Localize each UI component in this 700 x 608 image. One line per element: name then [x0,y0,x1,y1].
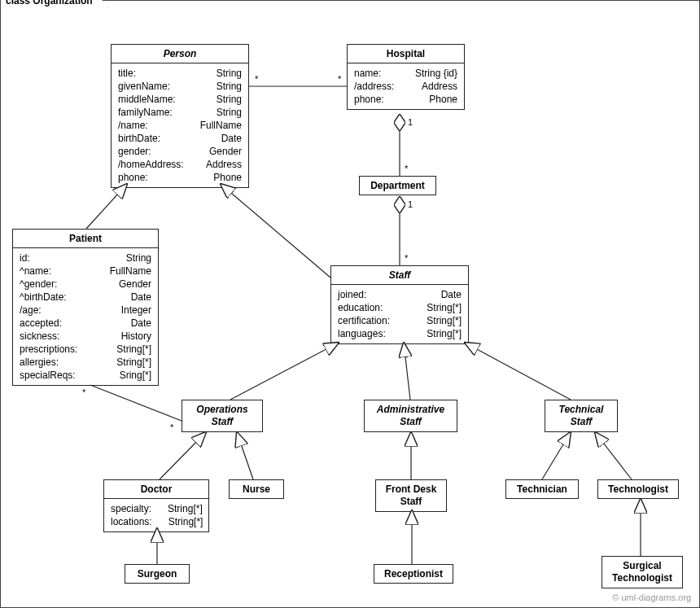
class-nurse: Nurse [229,479,284,499]
svg-line-4 [221,184,330,278]
class-title: Nurse [230,480,283,498]
class-surg-tech: Surgical Technologist [602,556,683,588]
mult: * [82,387,86,397]
uml-frame: class Organization Person title:Stringgi… [0,0,700,608]
attr-row: familyName:String [118,106,242,119]
class-title: Technologist [598,480,678,498]
attr-row: /name:FullName [118,119,242,132]
attr-row: middleName:String [118,93,242,106]
svg-line-9 [160,432,206,479]
class-title: Front Desk Staff [376,480,446,511]
svg-line-3 [86,184,127,229]
svg-line-8 [90,385,182,421]
class-attrs: id:String^name:FullName^gender:Gender^bi… [13,248,158,385]
class-attrs: name:String {id}/address:Addressphone:Ph… [348,63,464,109]
class-title: Surgical Technologist [602,557,682,588]
attr-row: prescriptions:String[*] [20,343,151,356]
class-title: Surgeon [125,565,189,583]
attr-row: birthDate:Date [118,132,242,145]
mult: * [255,74,259,84]
svg-line-5 [230,343,339,400]
attr-row: name:String {id} [354,67,457,80]
mult: 1 [408,117,413,127]
attr-row: /age:Integer [20,304,151,317]
svg-line-13 [595,432,632,479]
svg-line-6 [404,343,410,400]
class-staff: Staff joined:Dateeducation:String[*]cert… [330,265,469,344]
attr-row: languages:String[*] [338,327,462,340]
attr-row: /homeAddress:Address [118,158,242,171]
attr-row: allergies:String[*] [20,356,151,369]
class-technician: Technician [505,479,579,499]
attr-row: ^birthDate:Date [20,291,151,304]
class-technologist: Technologist [597,479,679,499]
class-title: Patient [13,230,158,248]
class-tech-staff: Technical Staff [545,400,618,432]
class-front-desk: Front Desk Staff [375,479,447,512]
attr-row: certification:String[*] [338,314,462,327]
class-doctor: Doctor specialty:String[*]locations:Stri… [103,479,209,532]
class-title: Operations Staff [182,400,262,431]
attr-row: accepted:Date [20,317,151,330]
mult: * [405,164,409,173]
class-person: Person title:StringgivenName:Stringmiddl… [111,44,249,188]
mult: * [338,74,342,84]
svg-line-7 [465,343,571,400]
attr-row: phone:Phone [354,93,457,106]
attr-row: phone:Phone [118,171,242,184]
class-title: Administrative Staff [365,400,457,431]
class-title: Receptionist [374,565,453,583]
class-title: Hospital [348,45,464,63]
attr-row: givenName:String [118,80,242,93]
class-title: Person [112,45,248,63]
class-surgeon: Surgeon [125,564,190,584]
attr-row: education:String[*] [338,301,462,314]
attr-row: specialty:String[*] [111,502,202,515]
class-hospital: Hospital name:String {id}/address:Addres… [347,44,465,110]
class-admin-staff: Administrative Staff [364,400,457,432]
mult: * [405,253,409,263]
attr-row: gender:Gender [118,145,242,158]
class-attrs: title:StringgivenName:StringmiddleName:S… [112,63,248,187]
class-title: Doctor [104,480,208,499]
class-attrs: specialty:String[*]locations:String[*] [104,499,208,531]
class-title: Staff [331,266,468,285]
class-title: Technician [506,480,578,498]
class-receptionist: Receptionist [374,564,453,584]
attr-row: specialReqs:Sring[*] [20,369,151,382]
class-attrs: joined:Dateeducation:String[*]certificat… [331,285,468,343]
class-ops-staff: Operations Staff [182,400,263,432]
frame-label: class Organization [0,0,108,8]
mult: * [170,422,174,432]
attr-row: title:String [118,67,242,80]
svg-line-10 [237,432,253,479]
attr-row: ^name:FullName [20,265,151,278]
svg-line-12 [542,432,571,479]
attr-row: ^gender:Gender [20,278,151,291]
mult: 1 [408,199,413,209]
class-department: Department [359,176,436,195]
watermark: © uml-diagrams.org [612,593,691,602]
attr-row: id:String [20,252,151,265]
attr-row: joined:Date [338,288,462,301]
class-title: Technical Staff [545,400,617,431]
attr-row: locations:String[*] [111,515,202,528]
class-patient: Patient id:String^name:FullName^gender:G… [12,229,159,386]
class-title: Department [360,177,435,195]
attr-row: sickness:History [20,330,151,343]
attr-row: /address:Address [354,80,457,93]
